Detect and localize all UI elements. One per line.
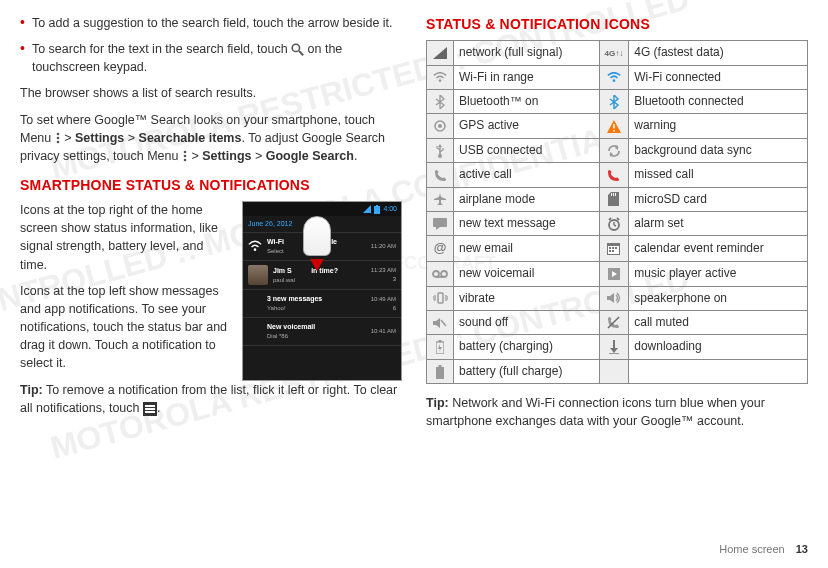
svg-rect-30 (613, 193, 614, 196)
cell: music player active (629, 262, 808, 286)
cell: microSD card (629, 187, 808, 211)
4g-icon: 4G↑↓ (605, 49, 624, 58)
svg-rect-32 (433, 218, 447, 227)
cell: vibrate (454, 286, 600, 310)
svg-rect-23 (613, 130, 615, 132)
cell: battery (full charge) (454, 359, 600, 383)
bullet-dot: • (20, 40, 25, 76)
svg-line-1 (299, 51, 303, 55)
svg-rect-29 (611, 193, 612, 196)
signal-icon (363, 205, 371, 213)
table-row: sound off call muted (427, 311, 808, 335)
drag-gesture-icon (303, 216, 331, 286)
cell: sound off (454, 311, 600, 335)
cell: network (full signal) (454, 41, 600, 65)
wifi-icon (607, 72, 621, 84)
usb-icon (435, 144, 445, 158)
call-icon (434, 169, 447, 182)
table-row: battery (charging) downloading (427, 335, 808, 359)
missed-call-icon (607, 169, 620, 182)
table-row: Bluetooth™ on Bluetooth connected (427, 90, 808, 114)
message-icon (433, 218, 447, 230)
svg-rect-45 (612, 250, 614, 252)
bullet-text: To search for the text in the search fie… (32, 40, 402, 76)
bullet-item: • To search for the text in the search f… (20, 40, 402, 76)
svg-marker-16 (433, 47, 447, 59)
cell: background data sync (629, 138, 808, 162)
cell: call muted (629, 311, 808, 335)
cell: Wi-Fi in range (454, 65, 600, 89)
svg-rect-51 (438, 293, 443, 303)
svg-point-2 (56, 133, 59, 136)
cell: new email (454, 236, 600, 262)
paragraph: Icons at the top right of the home scree… (20, 201, 232, 274)
svg-line-37 (609, 218, 611, 220)
airplane-icon (433, 192, 447, 206)
download-icon (608, 340, 620, 354)
svg-point-20 (438, 124, 442, 128)
cell: alarm set (629, 212, 808, 236)
table-row: active call missed call (427, 163, 808, 187)
svg-rect-31 (615, 193, 616, 196)
phone-clock: 4:00 (383, 204, 397, 214)
battery-full-icon (436, 365, 444, 379)
svg-point-4 (56, 141, 59, 144)
call-muted-icon (607, 316, 620, 329)
paragraph: The browser shows a list of search resul… (20, 84, 402, 102)
sd-card-icon (608, 192, 619, 206)
svg-rect-15 (145, 411, 155, 413)
menu-icon (182, 150, 188, 162)
svg-rect-44 (609, 250, 611, 252)
svg-point-0 (292, 45, 299, 52)
table-row: network (full signal) 4G↑↓ 4G (fastest d… (427, 41, 808, 65)
avatar (248, 265, 268, 285)
cell: airplane mode (454, 187, 600, 211)
paragraph: Icons at the top left show messages and … (20, 282, 232, 373)
cell: new text message (454, 212, 600, 236)
battery-icon (374, 205, 380, 214)
svg-rect-10 (376, 205, 378, 206)
signal-icon (433, 47, 447, 59)
menu-icon (55, 132, 61, 144)
table-row: new voicemail music player active (427, 262, 808, 286)
cell: downloading (629, 335, 808, 359)
table-row: airplane mode microSD card (427, 187, 808, 211)
section-heading: SMARTPHONE STATUS & NOTIFICATIONS (20, 175, 402, 195)
search-icon (291, 43, 304, 56)
phone-statusbar: 4:00 (243, 202, 401, 216)
play-icon (608, 268, 620, 280)
cell: new voicemail (454, 262, 600, 286)
cell: missed call (629, 163, 808, 187)
tip-paragraph: Tip: To remove a notification from the l… (20, 381, 402, 417)
table-row: vibrate speakerphone on (427, 286, 808, 310)
left-column: • To add a suggestion to the search fiel… (20, 14, 402, 438)
bullet-text: To add a suggestion to the search field,… (32, 14, 402, 32)
svg-marker-8 (363, 205, 371, 213)
gps-icon (433, 119, 447, 133)
cell: calendar event reminder (629, 236, 808, 262)
table-row: Wi-Fi in range Wi-Fi connected (427, 65, 808, 89)
svg-marker-26 (438, 144, 442, 147)
cell: Wi-Fi connected (629, 65, 808, 89)
svg-rect-67 (439, 365, 442, 367)
svg-line-36 (614, 225, 616, 226)
right-column: STATUS & NOTIFICATION ICONS network (ful… (426, 14, 808, 438)
alarm-icon (607, 217, 621, 231)
clear-icon (143, 402, 157, 416)
svg-marker-62 (438, 344, 442, 352)
footer-section: Home screen (719, 543, 784, 555)
svg-line-38 (617, 218, 619, 220)
cell: warning (629, 114, 808, 138)
speakerphone-icon (607, 292, 621, 304)
sync-icon (607, 144, 621, 158)
phone-screenshot: 4:00 June 26, 2012 Wi-Fi availableSelect… (242, 201, 402, 381)
svg-rect-41 (609, 247, 611, 249)
svg-rect-14 (145, 408, 155, 410)
cell: USB connected (454, 138, 600, 162)
bluetooth-connected-icon (609, 95, 619, 109)
svg-rect-9 (374, 206, 380, 214)
calendar-icon (607, 242, 620, 255)
sound-off-icon (433, 317, 447, 329)
wifi-outline-icon (433, 72, 447, 84)
cell (629, 359, 808, 383)
